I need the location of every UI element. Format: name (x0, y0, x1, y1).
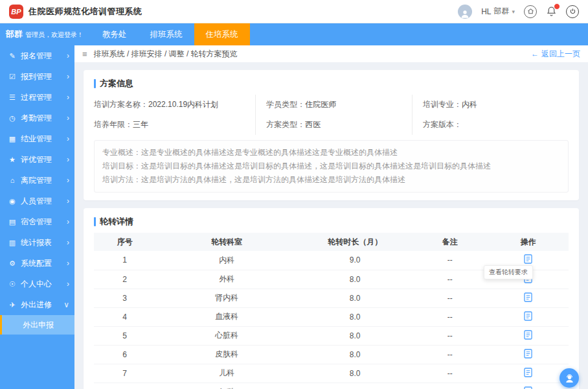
view-rotation-requirements-button[interactable] (524, 330, 532, 340)
person-icon (460, 8, 470, 19)
table-row: 6 皮肤科 8.0 -- (94, 345, 569, 364)
power-icon (566, 5, 579, 18)
sidebar-item-checkin[interactable]: ☑报到管理› (0, 66, 74, 87)
sidebar-item-label: 过程管理 (21, 92, 67, 103)
cell-duration: 8.0 (298, 364, 412, 383)
checkin-icon: ☑ (8, 73, 17, 81)
plan-info-card: 方案信息 培训方案名称：2022.10.19内科计划 学员类型：住院医师 培训专… (84, 70, 579, 200)
cell-department: 心脏科 (155, 326, 298, 345)
field-plan-name: 培训方案名称：2022.10.19内科计划 (94, 95, 255, 115)
logout-button[interactable] (566, 5, 579, 18)
cell-department: 血液科 (155, 307, 298, 326)
customer-service-button[interactable] (560, 368, 579, 388)
collapse-menu-icon[interactable]: ≡ (82, 49, 87, 59)
document-icon (524, 330, 532, 340)
sidebar-subitem-external-application[interactable]: 外出申报 (0, 315, 74, 335)
rotation-card: 轮转详情 序号 轮转科室 轮转时长（月） 备注 操作 (84, 208, 579, 389)
field-value: 西医 (305, 120, 321, 129)
sidebar-item-label: 外出进修 (21, 300, 63, 311)
sidebar-item-label: 报名管理 (21, 51, 67, 62)
field-value: 住院医师 (305, 100, 336, 109)
document-icon (524, 386, 532, 389)
sidebar-item-attendance[interactable]: ◷考勤管理› (0, 108, 74, 128)
avatar[interactable] (458, 5, 472, 19)
statistics-icon: ▥ (8, 239, 17, 247)
chevron-right-icon: › (67, 134, 69, 143)
cell-note: -- (412, 251, 488, 270)
back-link[interactable]: ← 返回上一页 (531, 49, 580, 60)
document-icon (524, 254, 532, 264)
app-header: BP 住院医师规范化培训管理系统 HL 部群 ▾ (0, 0, 588, 23)
col-index: 序号 (94, 233, 155, 251)
chevron-down-icon: ▾ (512, 8, 515, 15)
attendance-icon: ◷ (8, 114, 17, 123)
cell-index: 3 (94, 289, 155, 307)
user-short: HL (481, 7, 491, 16)
app-title: 住院医师规范化培训管理系统 (28, 6, 142, 18)
document-icon (524, 311, 532, 321)
field-plan-type: 方案类型：西医 (255, 115, 412, 135)
chevron-right-icon: › (67, 196, 69, 206)
table-row: 4 血液科 8.0 -- (94, 307, 569, 326)
sidebar-item-dormitory[interactable]: ▤宿舍管理› (0, 211, 74, 232)
cell-note: -- (412, 345, 488, 364)
chevron-right-icon: › (67, 93, 69, 102)
sidebar-item-profile[interactable]: ☉个人中心› (0, 274, 74, 294)
sidebar-item-evaluation[interactable]: ★评优管理› (0, 149, 74, 170)
sidebar-item-statistics[interactable]: ▥统计报表› (0, 232, 74, 253)
plan-descriptions: 专业概述：这是专业概述的具体描述这是专业概述的具体描述这是专业概述的具体描述 培… (94, 140, 569, 193)
table-row: 8 妇科 8.0 -- (94, 383, 569, 389)
cell-note: -- (412, 383, 488, 389)
view-rotation-requirements-button[interactable] (524, 311, 532, 321)
field-label: 学员类型： (266, 100, 305, 109)
page-content: 方案信息 培训方案名称：2022.10.19内科计划 学员类型：住院医师 培训专… (74, 62, 588, 389)
signup-icon: ✎ (8, 52, 17, 60)
user-menu[interactable]: HL 部群 ▾ (481, 6, 515, 17)
chevron-right-icon: › (67, 155, 69, 164)
plan-info-title: 方案信息 (94, 78, 569, 89)
tab-scheduling-system[interactable]: 排班系统 (139, 23, 194, 45)
gear-icon: ⚙ (8, 259, 17, 268)
sidebar-item-system-config[interactable]: ⚙系统配置› (0, 253, 74, 274)
notifications-button[interactable] (546, 6, 557, 17)
cell-index: 4 (94, 307, 155, 326)
main-content: ≡ 排班系统 / 排班安排 / 调整 / 轮转方案预览 ← 返回上一页 方案信息… (74, 45, 588, 389)
sidebar-item-external-study[interactable]: ✈外出进修∨ (0, 294, 74, 315)
field-value: 2022.10.19内科计划 (148, 100, 218, 109)
home-button[interactable] (524, 5, 537, 18)
sidebar-item-label: 系统配置 (21, 258, 67, 269)
view-rotation-requirements-button[interactable] (524, 254, 532, 264)
primary-navbar: 部群管理员，欢迎登录！ 教务处 排班系统 住培系统 (0, 23, 588, 45)
sidebar: ✎报名管理› ☑报到管理› ☰过程管理› ◷考勤管理› ▦结业管理› ★评优管理… (0, 45, 74, 389)
view-rotation-requirements-button[interactable] (524, 386, 532, 389)
view-rotation-requirements-button[interactable] (524, 349, 532, 359)
sidebar-item-graduation[interactable]: ▦结业管理› (0, 128, 74, 149)
view-rotation-requirements-button[interactable] (524, 292, 532, 302)
sidebar-item-signup[interactable]: ✎报名管理› (0, 45, 74, 66)
tab-academic-office[interactable]: 教务处 (91, 23, 139, 45)
view-rotation-requirements-button[interactable] (524, 368, 532, 377)
col-duration: 轮转时长（月） (298, 233, 412, 251)
tooltip: 查看轮转要求 (484, 265, 533, 279)
sidebar-item-process[interactable]: ☰过程管理› (0, 87, 74, 108)
app-logo-icon: BP (9, 5, 23, 19)
cell-index: 1 (94, 251, 155, 270)
back-label: 返回上一页 (541, 49, 580, 60)
user-name: 部群 (493, 6, 509, 17)
description-line: 培训方法：这是培训方法的具体描述，这是培训方法的具体描述这是培训方法的具体描述 (102, 173, 560, 187)
chevron-right-icon: › (67, 259, 69, 268)
sidebar-item-discharge[interactable]: ⌂离院管理› (0, 170, 74, 191)
breadcrumb-bar: ≡ 排班系统 / 排班安排 / 调整 / 轮转方案预览 ← 返回上一页 (74, 45, 588, 62)
tab-residency-system[interactable]: 住培系统 (194, 23, 250, 45)
col-note: 备注 (412, 233, 488, 251)
sidebar-item-personnel[interactable]: ◉人员管理› (0, 191, 74, 211)
field-training-years: 培养年限：三年 (94, 115, 255, 135)
cell-department: 外科 (155, 270, 298, 289)
rotation-table: 序号 轮转科室 轮转时长（月） 备注 操作 1 内科 9.0 -- (94, 233, 569, 389)
cell-index: 8 (94, 383, 155, 389)
discharge-icon: ⌂ (8, 176, 17, 184)
document-icon (524, 368, 532, 377)
cell-duration: 8.0 (298, 326, 412, 345)
card-title-text: 方案信息 (100, 78, 133, 89)
title-accent-bar (94, 217, 96, 226)
